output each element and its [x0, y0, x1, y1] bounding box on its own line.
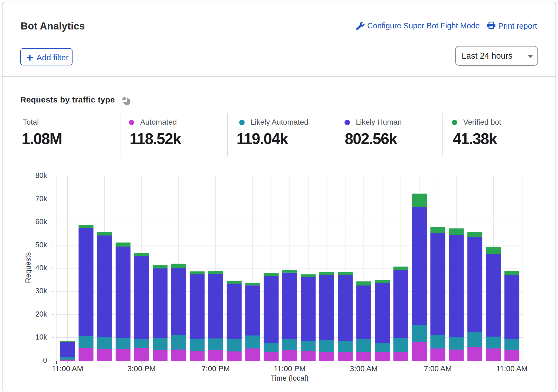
svg-text:60k: 60k — [35, 218, 47, 226]
svg-text:Time (local): Time (local) — [271, 374, 308, 382]
svg-text:7:00 PM: 7:00 PM — [202, 364, 230, 373]
svg-text:50k: 50k — [35, 241, 47, 249]
svg-text:7:00 AM: 7:00 AM — [424, 364, 452, 373]
svg-text:20k: 20k — [35, 310, 47, 318]
svg-text:3:00 PM: 3:00 PM — [127, 364, 156, 373]
svg-text:30k: 30k — [35, 287, 47, 295]
svg-text:0: 0 — [43, 356, 47, 364]
svg-text:10k: 10k — [35, 333, 47, 341]
svg-text:11:00 AM: 11:00 AM — [496, 364, 527, 373]
svg-text:40k: 40k — [35, 264, 47, 272]
svg-text:11:00 AM: 11:00 AM — [52, 364, 83, 373]
svg-text:70k: 70k — [35, 195, 47, 203]
svg-text:11:00 PM: 11:00 PM — [274, 364, 306, 373]
svg-text:3:00 AM: 3:00 AM — [350, 364, 378, 373]
svg-text:80k: 80k — [35, 171, 47, 180]
svg-text:Requests: Requests — [24, 252, 32, 283]
